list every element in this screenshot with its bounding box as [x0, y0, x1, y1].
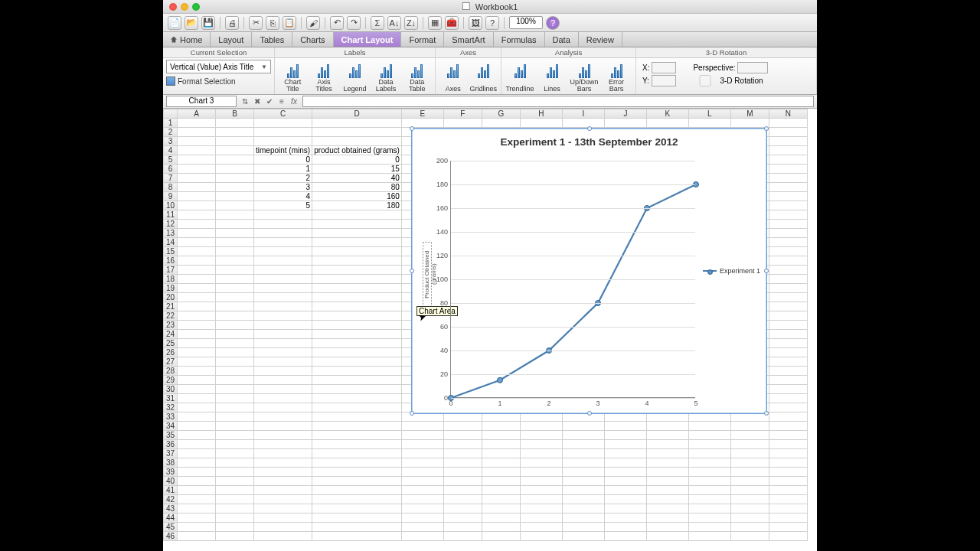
row-header[interactable]: 14: [164, 238, 178, 247]
cell[interactable]: [769, 330, 807, 339]
cell[interactable]: [443, 458, 482, 468]
cell[interactable]: [178, 210, 216, 220]
legend[interactable]: Experiment 1: [703, 267, 760, 275]
cell[interactable]: [178, 321, 216, 330]
cell[interactable]: [769, 220, 807, 229]
row-header[interactable]: 13: [164, 229, 178, 238]
row-header[interactable]: 45: [164, 523, 178, 532]
cell[interactable]: [254, 504, 312, 514]
cell[interactable]: [312, 128, 402, 137]
cell[interactable]: [254, 128, 312, 137]
cell[interactable]: [730, 458, 769, 468]
cell[interactable]: [216, 468, 254, 477]
cell[interactable]: [769, 449, 807, 458]
cell[interactable]: [688, 119, 730, 128]
cell[interactable]: [254, 348, 312, 357]
cell[interactable]: [646, 532, 688, 541]
cell[interactable]: [216, 394, 254, 403]
cell[interactable]: [312, 311, 402, 321]
cell[interactable]: [254, 477, 312, 486]
cell[interactable]: [312, 376, 402, 385]
cell[interactable]: [769, 394, 807, 403]
cell[interactable]: [178, 128, 216, 137]
cell[interactable]: [254, 284, 312, 293]
cell[interactable]: [216, 220, 254, 229]
tab-review[interactable]: Review: [579, 32, 622, 47]
row-header[interactable]: 30: [164, 385, 178, 394]
cell[interactable]: [254, 440, 312, 449]
row-header[interactable]: 41: [164, 486, 178, 495]
cell[interactable]: [254, 412, 312, 422]
rot-y-input[interactable]: [652, 75, 676, 86]
cell[interactable]: [178, 458, 216, 468]
row-header[interactable]: 36: [164, 440, 178, 449]
cell[interactable]: 0: [254, 155, 312, 165]
cell[interactable]: [216, 449, 254, 458]
cell[interactable]: [216, 210, 254, 220]
cell[interactable]: timepoint (mins): [254, 146, 312, 155]
cell[interactable]: [216, 128, 254, 137]
cell[interactable]: [254, 357, 312, 367]
zoom-window-button[interactable]: [192, 3, 200, 11]
cell[interactable]: 3: [254, 183, 312, 192]
selection-combo[interactable]: Vertical (Value) Axis Title ▼: [166, 60, 271, 73]
cell[interactable]: [604, 431, 646, 440]
cell[interactable]: [178, 495, 216, 504]
cell[interactable]: [604, 504, 646, 514]
cell[interactable]: [769, 532, 807, 541]
cell[interactable]: [178, 293, 216, 302]
cell[interactable]: [401, 422, 443, 431]
cell[interactable]: [482, 449, 520, 458]
axis-titles-button[interactable]: Axis Titles: [309, 60, 339, 93]
cell[interactable]: [520, 523, 562, 532]
row-header[interactable]: 31: [164, 394, 178, 403]
row-header[interactable]: 40: [164, 477, 178, 486]
row-header[interactable]: 29: [164, 376, 178, 385]
y-axis-title[interactable]: Product Obtained (grams): [423, 242, 432, 307]
cell[interactable]: [769, 284, 807, 293]
row-header[interactable]: 27: [164, 357, 178, 367]
cell[interactable]: [730, 477, 769, 486]
cell[interactable]: [312, 339, 402, 348]
cell[interactable]: [769, 357, 807, 367]
cell[interactable]: [769, 385, 807, 394]
cell[interactable]: [646, 504, 688, 514]
cell[interactable]: 160: [312, 192, 402, 201]
cell[interactable]: [254, 449, 312, 458]
cell[interactable]: [312, 477, 402, 486]
cell[interactable]: [520, 504, 562, 514]
axes-button[interactable]: Axes: [439, 60, 468, 93]
row-header[interactable]: 35: [164, 431, 178, 440]
cell[interactable]: [216, 146, 254, 155]
cell[interactable]: [482, 514, 520, 523]
plot-area[interactable]: 020406080100120140160180200012345: [450, 161, 695, 398]
cell[interactable]: [216, 376, 254, 385]
cell[interactable]: [443, 431, 482, 440]
cell[interactable]: [604, 468, 646, 477]
cell[interactable]: [769, 155, 807, 165]
cell[interactable]: [520, 449, 562, 458]
col-header[interactable]: H: [520, 109, 562, 119]
cell[interactable]: product obtained (grams): [312, 146, 402, 155]
cell[interactable]: [443, 440, 482, 449]
cell[interactable]: [443, 514, 482, 523]
cell[interactable]: [254, 532, 312, 541]
cell[interactable]: [443, 523, 482, 532]
formula-input[interactable]: [302, 96, 814, 107]
row-header[interactable]: 4: [164, 146, 178, 155]
cell[interactable]: [178, 183, 216, 192]
cell[interactable]: [178, 385, 216, 394]
cell[interactable]: [401, 495, 443, 504]
cell[interactable]: [769, 504, 807, 514]
data-table-button[interactable]: Data Table: [402, 60, 432, 93]
cell[interactable]: [562, 514, 604, 523]
cell[interactable]: [769, 137, 807, 146]
cell[interactable]: [688, 477, 730, 486]
col-header[interactable]: G: [482, 109, 520, 119]
row-header[interactable]: 34: [164, 422, 178, 431]
cell[interactable]: [769, 210, 807, 220]
cell[interactable]: [769, 431, 807, 440]
row-header[interactable]: 1: [164, 119, 178, 128]
cell[interactable]: [178, 256, 216, 266]
cell[interactable]: [482, 504, 520, 514]
